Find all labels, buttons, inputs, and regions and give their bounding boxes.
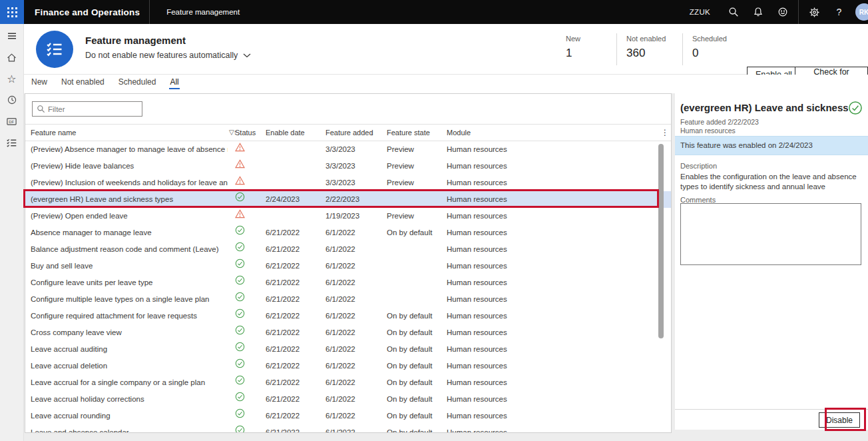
warning-icon [235, 208, 245, 224]
enabled-check-icon [235, 291, 245, 308]
feature-added-cell: 6/1/2022 [326, 324, 383, 341]
feature-name-cell: (Preview) Hide leave balances [31, 158, 228, 175]
feature-name-cell: Leave accrual holiday corrections [31, 391, 228, 408]
feature-added-cell: 6/1/2022 [326, 258, 383, 274]
feature-added-cell: 3/3/2023 [326, 158, 383, 175]
counter-divider [616, 33, 617, 65]
feature-added-cell: 3/3/2023 [326, 175, 383, 191]
tab-new[interactable]: New [31, 75, 48, 91]
user-avatar[interactable]: RK [855, 3, 868, 21]
table-row[interactable]: (Preview) Open ended leave1/19/2023Previ… [25, 208, 671, 224]
details-module: Human resources [680, 127, 736, 135]
table-row[interactable]: Leave accrual holiday corrections6/21/20… [25, 391, 671, 408]
recent-clock-icon[interactable] [6, 94, 18, 106]
column-header-feature-added[interactable]: Feature added [326, 125, 373, 141]
table-row[interactable]: Configure multiple leave types on a sing… [25, 291, 671, 308]
table-row[interactable]: Balance adjustment reason code and comme… [25, 241, 671, 258]
column-header-feature-name[interactable]: Feature name [31, 125, 76, 141]
feature-name-cell: Leave and absence calendar [31, 424, 228, 432]
top-navigation-bar: Finance and Operations Feature managemen… [0, 0, 868, 24]
feedback-smiley-icon[interactable] [770, 0, 795, 24]
tab-not-enabled[interactable]: Not enabled [61, 75, 105, 91]
feature-state-cell: Preview [387, 141, 444, 158]
feature-name-cell: Cross company leave view [31, 324, 228, 341]
column-header-status[interactable]: Status [235, 125, 256, 141]
vertical-scrollbar[interactable] [658, 141, 665, 432]
home-icon[interactable] [6, 51, 18, 63]
table-row[interactable]: (Preview) Hide leave balances3/3/2023Pre… [25, 158, 671, 175]
enabled-check-icon [235, 408, 245, 424]
feature-state-cell [387, 274, 444, 291]
enabled-check-icon [235, 258, 245, 274]
status-cell [235, 291, 248, 308]
table-row[interactable]: Cross company leave view6/21/20226/1/202… [25, 324, 671, 341]
feature-state-cell: On by default [387, 308, 444, 324]
table-row[interactable]: Buy and sell leave6/21/20226/1/2022Human… [25, 258, 671, 274]
tab-scheduled[interactable]: Scheduled [118, 75, 157, 91]
module-cell: Human resources [447, 274, 546, 291]
column-header-enable-date[interactable]: Enable date [266, 125, 305, 141]
view-tabs: New Not enabled Scheduled All [24, 75, 868, 93]
features-grid-panel: ⋮ Feature name ▽↑ Status Enable date Fea… [25, 93, 672, 433]
module-cell: Human resources [447, 158, 546, 175]
feature-management-page-icon [36, 31, 73, 68]
enabled-check-icon [235, 308, 245, 324]
enabled-check-icon [235, 341, 245, 358]
filter-input[interactable] [48, 105, 134, 113]
feature-name-cell: (Preview) Open ended leave [31, 208, 228, 224]
disable-button[interactable]: Disable [819, 412, 860, 428]
module-cell: Human resources [447, 141, 546, 158]
feature-state-cell: On by default [387, 424, 444, 432]
table-row[interactable]: Leave accrual for a single company or a … [25, 374, 671, 391]
feature-name-cell: Buy and sell leave [31, 258, 228, 274]
table-row[interactable]: Leave and absence calendar6/21/20226/1/2… [25, 424, 671, 432]
auto-enable-dropdown[interactable]: Do not enable new features automatically [85, 51, 251, 60]
table-row[interactable]: Absence manager to manage leave6/21/2022… [25, 224, 671, 241]
status-cell [235, 224, 248, 241]
feature-name-cell: (Preview) Inclusion of weekends and holi… [31, 175, 228, 191]
search-icon[interactable] [721, 0, 746, 24]
expand-menu-icon[interactable] [6, 30, 18, 42]
feature-state-cell: Preview [387, 158, 444, 175]
default-dashboard-icon[interactable]: DF [6, 115, 18, 127]
table-row[interactable]: Configure leave units per leave type6/21… [25, 274, 671, 291]
column-header-feature-state[interactable]: Feature state [387, 125, 430, 141]
table-row[interactable]: (evergreen HR) Leave and sickness types2… [25, 191, 671, 208]
feature-name-cell: Leave accrual rounding [31, 408, 228, 424]
company-picker[interactable]: ZZUK [679, 0, 721, 24]
notifications-bell-icon[interactable] [746, 0, 770, 24]
app-launcher-button[interactable] [0, 0, 24, 24]
counter-scheduled: Scheduled 0 [692, 32, 743, 67]
status-cell [235, 308, 248, 324]
left-nav-sidebar: ☆ DF [0, 24, 24, 441]
status-cell [235, 158, 248, 175]
settings-gear-icon[interactable] [802, 0, 827, 24]
waffle-icon [7, 7, 17, 17]
scrollbar-thumb[interactable] [658, 144, 664, 338]
feature-management-nav-icon[interactable] [6, 137, 18, 149]
table-row[interactable]: Leave accrual deletion6/21/20226/1/2022O… [25, 358, 671, 374]
table-row[interactable]: Leave accrual auditing6/21/20226/1/2022O… [25, 341, 671, 358]
table-row[interactable]: Configure required attachment for leave … [25, 308, 671, 324]
enabled-check-icon [235, 274, 245, 291]
comments-textarea[interactable] [680, 203, 861, 265]
app-title[interactable]: Finance and Operations [35, 7, 140, 17]
favorites-star-icon[interactable]: ☆ [6, 73, 18, 85]
enable-date-cell: 6/21/2022 [266, 391, 323, 408]
feature-state-cell: Preview [387, 208, 444, 224]
counter-value: 1 [566, 47, 616, 60]
column-header-module[interactable]: Module [447, 125, 471, 141]
table-row[interactable]: (Preview) Inclusion of weekends and holi… [25, 175, 671, 191]
status-cell [235, 141, 248, 158]
warning-icon [235, 158, 245, 175]
help-icon[interactable]: ? [827, 0, 851, 24]
details-feature-added: Feature added 2/22/2023 [680, 118, 759, 126]
enabled-check-icon [235, 424, 245, 432]
module-cell: Human resources [447, 191, 546, 208]
grid-body: (Preview) Absence manager to manage leav… [25, 141, 671, 432]
feature-added-cell: 6/1/2022 [326, 358, 383, 374]
table-row[interactable]: Leave accrual rounding6/21/20226/1/2022O… [25, 408, 671, 424]
table-row[interactable]: (Preview) Absence manager to manage leav… [25, 141, 671, 158]
enable-date-cell: 6/21/2022 [266, 258, 323, 274]
tab-all[interactable]: All [169, 75, 179, 91]
